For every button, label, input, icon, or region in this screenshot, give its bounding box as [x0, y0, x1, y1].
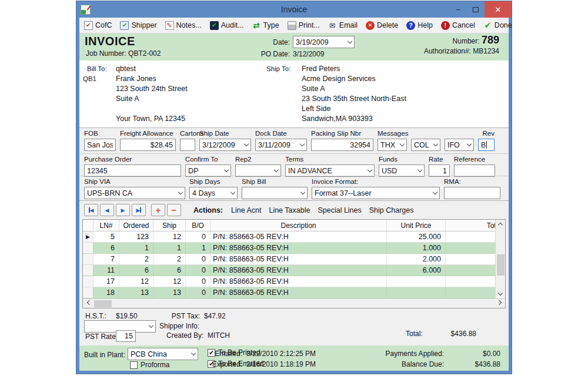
rate-field[interactable]: 1 — [429, 164, 450, 177]
funds-combobox[interactable]: USD — [379, 164, 425, 177]
address-line: 23 South 35th Street North-East — [302, 94, 406, 104]
ship-bill-combobox[interactable] — [242, 187, 308, 199]
delete-button[interactable]: ✕Delete — [366, 21, 398, 30]
scroll-right-button[interactable] — [495, 299, 504, 308]
vertical-scrollbar[interactable] — [495, 220, 505, 298]
type-button[interactable]: ⇄Type — [252, 21, 279, 30]
fob-field[interactable]: San Jose — [84, 139, 116, 151]
notes-button[interactable]: ✎Notes... — [165, 21, 202, 30]
reference-field[interactable] — [454, 164, 495, 177]
row-marker: ▶ — [83, 231, 93, 242]
proforma-checkbox-box[interactable] — [130, 361, 138, 369]
cancel-circle-icon: ! — [441, 21, 450, 30]
table-row[interactable]: 1712120P/N: 858663-05 REV:H — [83, 276, 505, 287]
help-button[interactable]: ?Help — [406, 21, 433, 30]
invoice-window: Invoice – ✕ ✔CofC✔Shipper✎Notes...✔Audit… — [76, 1, 512, 374]
chevron-down-icon — [149, 323, 153, 328]
next-record-button[interactable]: ▶ — [116, 204, 130, 216]
message1-combobox[interactable]: THX — [377, 139, 407, 151]
address-line: 123 South 24th Street — [116, 84, 188, 94]
table-row[interactable]: 6111P/N: 858663-05 REV:H1.000 — [83, 243, 505, 254]
cell-description: P/N: 858663-05 REV:H — [211, 254, 387, 264]
notes-pencil-icon: ✎ — [165, 21, 174, 30]
chevron-down-icon — [348, 39, 352, 43]
grid-column-header[interactable]: B/O — [186, 220, 211, 231]
scroll-down-button[interactable] — [496, 290, 505, 298]
cell-ship: 6 — [153, 265, 186, 276]
cofc-button[interactable]: ✔CofC — [84, 21, 112, 30]
date-combobox[interactable]: 3/19/2009 — [293, 36, 355, 48]
scroll-left-button[interactable] — [84, 299, 93, 308]
invoice-format-label: Invoice Format: — [312, 178, 440, 187]
vertical-scrollbar-thumb[interactable] — [497, 254, 505, 276]
previous-record-button[interactable]: ◀ — [100, 204, 114, 216]
pst-rate-label: PST Rate: — [85, 333, 118, 341]
built-in-plant-combobox[interactable]: PCB China — [128, 348, 198, 360]
rev-field[interactable]: B — [478, 139, 495, 151]
ship-date-combobox[interactable]: 3/12/2009 — [199, 139, 251, 151]
rep2-combobox[interactable] — [235, 164, 281, 177]
cell-unit-price: 25.000 — [387, 231, 446, 242]
packing-slip-field[interactable]: 32954 — [311, 139, 373, 151]
confirm-to-combobox[interactable]: DP — [185, 164, 231, 177]
ship-via-combobox[interactable]: UPS-BRN CA — [84, 187, 185, 199]
first-record-button[interactable]: ◀ — [84, 204, 98, 216]
action-link-line-taxable[interactable]: Line Taxable — [269, 206, 310, 214]
dock-date-combobox[interactable]: 3/11/2009 — [255, 139, 307, 151]
grid-column-header[interactable]: Ship — [153, 220, 186, 231]
grid-column-header[interactable]: Unit Price — [387, 220, 446, 231]
actions-label: Actions: — [193, 206, 223, 214]
action-link-line-acnt[interactable]: Line Acnt — [231, 206, 261, 214]
grid-column-header[interactable]: Ordered — [119, 220, 153, 231]
horizontal-scrollbar-thumb[interactable] — [94, 300, 112, 307]
remove-line-button[interactable]: − — [167, 204, 181, 216]
done-button[interactable]: ✔Done — [483, 21, 512, 30]
cartons-field[interactable] — [180, 139, 195, 151]
cell-ln: 18 — [93, 287, 119, 298]
toolbar: ✔CofC✔Shipper✎Notes...✔Audit...⇄TypePrin… — [79, 18, 509, 33]
horizontal-scrollbar[interactable] — [83, 298, 505, 308]
action-link-ship-charges[interactable]: Ship Charges — [369, 206, 414, 214]
chevron-down-icon — [300, 142, 305, 146]
message3-combobox[interactable]: IFO — [445, 139, 474, 151]
grid-column-header[interactable]: Description — [211, 220, 387, 231]
shipper-button[interactable]: ✔Shipper — [120, 21, 156, 30]
titlebar[interactable]: Invoice – ✕ — [76, 1, 512, 18]
table-row[interactable]: 7220P/N: 858663-05 REV:H2.000 — [83, 254, 505, 265]
table-row[interactable]: 1813130P/N: 858663-05 REV:H — [83, 287, 505, 298]
table-row[interactable]: ▶5123120P/N: 858663-05 REV:H25.000 — [83, 231, 505, 243]
print-button[interactable]: Print... — [288, 21, 320, 30]
audit-badge-icon: ✔ — [210, 21, 219, 30]
rate-label: Rate — [429, 156, 450, 164]
purchase-order-field[interactable]: 12345 — [84, 164, 181, 177]
cell-unit-price: 2.000 — [387, 254, 446, 264]
pst-rate-field[interactable]: 15 — [116, 330, 136, 342]
audit-button[interactable]: ✔Audit... — [210, 21, 244, 30]
grid-column-header[interactable]: LN# — [93, 220, 119, 231]
cancel-button[interactable]: !Cancel — [441, 21, 475, 30]
terms-combobox[interactable]: IN ADVANCE — [285, 164, 375, 177]
scroll-up-button[interactable] — [496, 220, 505, 229]
toolbar-button-label: Audit... — [221, 21, 244, 29]
proforma-checkbox[interactable]: Proforma — [130, 361, 169, 369]
chevron-up-icon — [498, 223, 503, 227]
order-fields-section: Purchase Order Confirm To Rep2 Terms Fun… — [79, 153, 509, 176]
freight-allowance-field[interactable]: $28.45 — [120, 139, 176, 151]
rma-field[interactable] — [444, 187, 500, 199]
table-row[interactable]: 11660P/N: 858663-05 REV:H6.000 — [83, 265, 505, 276]
toolbar-button-label: Help — [417, 21, 433, 29]
last-record-button[interactable]: ▶ — [132, 204, 146, 216]
address-line: Suite A — [302, 84, 406, 94]
email-button[interactable]: ✉Email — [328, 21, 358, 30]
dock-date-label: Dock Date — [255, 130, 307, 139]
pst-tax-label: PST Tax: — [168, 312, 200, 320]
chevron-down-icon — [244, 142, 249, 146]
message2-combobox[interactable]: COL — [411, 139, 440, 151]
payments-applied-value: $0.00 — [465, 350, 500, 358]
add-line-button[interactable]: + — [151, 204, 165, 216]
ship-days-combobox[interactable]: 4 Days — [189, 187, 238, 199]
cell-description: P/N: 858663-05 REV:H — [211, 265, 387, 276]
action-link-special-lines[interactable]: Special Lines — [318, 206, 361, 214]
invoice-format-combobox[interactable]: Format 37--Laser — [312, 187, 440, 199]
date-value: 3/19/2009 — [296, 38, 329, 46]
